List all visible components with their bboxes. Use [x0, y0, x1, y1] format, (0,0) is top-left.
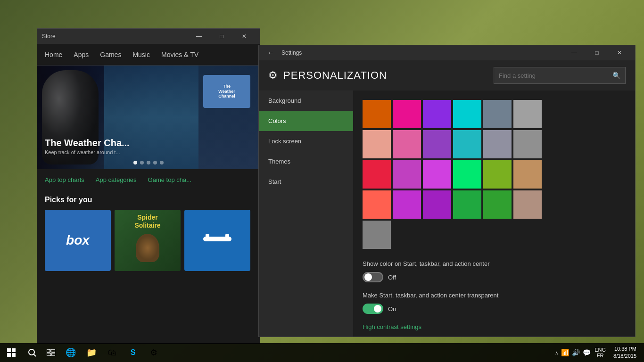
svg-rect-5	[7, 353, 11, 357]
taskbar-app-explorer[interactable]: 📁	[81, 343, 102, 362]
color-swatch-coral[interactable]	[363, 190, 391, 219]
color-swatch-salmon[interactable]	[363, 130, 391, 158]
settings-maximize-button[interactable]: □	[586, 45, 608, 60]
show-color-toggle-switch[interactable]	[363, 272, 383, 282]
windows-logo-icon	[7, 348, 16, 357]
color-grid	[363, 100, 626, 249]
hero-weather-card: TheWeatherChannel	[203, 75, 250, 108]
store-link-app-top-charts[interactable]: App top charts	[45, 176, 84, 183]
hero-dot-2[interactable]	[140, 161, 144, 165]
settings-close-button[interactable]: ✕	[609, 45, 630, 60]
settings-sidebar: Background Colors Lock screen Themes Sta…	[259, 90, 353, 337]
color-swatch-cyan[interactable]	[453, 130, 481, 158]
color-swatch-medium-gray[interactable]	[513, 130, 542, 158]
taskbar-time: 10:38 PM	[613, 346, 636, 353]
settings-minimize-button[interactable]: —	[563, 45, 585, 60]
store-link-game-top-charts[interactable]: Game top cha...	[148, 176, 192, 183]
store-maximize-button[interactable]: □	[211, 29, 232, 44]
taskbar-clock[interactable]: 10:38 PM 8/18/2015	[613, 346, 640, 360]
settings-search-input[interactable]	[499, 72, 609, 79]
color-swatch-lime[interactable]	[483, 160, 512, 189]
pick-card-ms[interactable]	[184, 210, 250, 271]
sidebar-item-lock-screen[interactable]: Lock screen	[259, 131, 353, 151]
color-swatch-medium-green[interactable]	[453, 190, 481, 219]
taskbar-lang-line2: FR	[594, 353, 606, 358]
sidebar-item-start[interactable]: Start	[259, 172, 353, 192]
hero-text-overlay: The Weather Cha... Keep track of weather…	[45, 138, 252, 155]
settings-back-button[interactable]: ←	[264, 46, 278, 60]
color-swatch-purple[interactable]	[423, 100, 451, 128]
color-swatch-orchid[interactable]	[423, 160, 451, 189]
tray-message-icon[interactable]: 💬	[583, 349, 591, 356]
pick-card-spider[interactable]: SpiderSolitaire	[115, 210, 181, 271]
color-swatch-hot-pink[interactable]	[393, 100, 421, 128]
transparent-toggle-switch[interactable]	[363, 304, 383, 314]
color-swatch-purple-pink[interactable]	[393, 190, 421, 219]
svg-rect-6	[12, 353, 16, 357]
svg-rect-3	[7, 348, 11, 352]
color-swatch-green[interactable]	[453, 160, 481, 189]
store-nav-games[interactable]: Games	[100, 49, 121, 60]
hero-dot-5[interactable]	[160, 161, 164, 165]
color-swatch-forest-green[interactable]	[483, 190, 512, 219]
high-contrast-settings-link[interactable]: High contrast settings	[363, 323, 626, 330]
taskbar-app-edge[interactable]: 🌐	[60, 343, 81, 362]
store-nav-music[interactable]: Music	[132, 49, 150, 60]
picks-title: Picks for you	[45, 196, 252, 204]
hero-dot-4[interactable]	[153, 161, 157, 165]
king-art	[136, 234, 159, 262]
tray-icons: ∧ 📶 🔊 💬	[555, 349, 591, 356]
taskbar-search-button[interactable]	[23, 343, 41, 362]
store-minimize-button[interactable]: —	[188, 29, 210, 44]
hero-dot-1[interactable]	[133, 161, 137, 165]
transparent-label: Make Start, taskbar, and action center t…	[363, 292, 626, 299]
pick-card-box[interactable]: box	[45, 210, 111, 271]
store-nav-home[interactable]: Home	[45, 49, 62, 60]
store-link-app-categories[interactable]: App categories	[96, 176, 137, 183]
tray-network-icon[interactable]: 📶	[561, 349, 569, 356]
color-swatch-blue-gray[interactable]	[483, 130, 512, 158]
taskbar-app-skype[interactable]: S	[123, 343, 143, 362]
hero-dot-3[interactable]	[147, 161, 150, 165]
settings-header-title: PERSONALIZATION	[283, 69, 387, 82]
color-swatch-light-gray[interactable]	[363, 221, 391, 249]
start-button[interactable]	[0, 343, 23, 362]
taskbar-language[interactable]: ENG FR	[594, 347, 610, 358]
settings-search-icon: 🔍	[612, 72, 620, 79]
color-swatch-red[interactable]	[363, 160, 391, 189]
spider-solitaire-image	[129, 230, 166, 271]
sidebar-item-colors[interactable]: Colors	[259, 111, 353, 131]
store-close-button[interactable]: ✕	[233, 29, 255, 44]
color-swatch-gray[interactable]	[513, 100, 542, 128]
color-swatch-dark-violet[interactable]	[423, 190, 451, 219]
taskbar-task-view-button[interactable]	[41, 343, 60, 362]
color-swatch-violet[interactable]	[423, 130, 451, 158]
desktop: Store — □ ✕ Home Apps Games Music Movies…	[0, 0, 644, 362]
sidebar-item-themes[interactable]: Themes	[259, 151, 353, 172]
color-swatch-slate[interactable]	[483, 100, 512, 128]
taskbar-tray: ∧ 📶 🔊 💬 ENG FR 10:38 PM 8/18/2015	[551, 346, 644, 360]
taskbar: 🌐 📁 🛍 S ⚙ ∧ 📶 🔊 💬 ENG FR 10:38 PM 8/18/2…	[0, 343, 644, 362]
taskbar-app-settings[interactable]: ⚙	[143, 343, 164, 362]
tray-chevron-icon[interactable]: ∧	[555, 350, 558, 355]
store-nav: Home Apps Games Music Movies & TV	[37, 44, 260, 66]
svg-rect-12	[52, 353, 55, 356]
hero-weather-title: TheWeatherChannel	[218, 84, 235, 99]
sidebar-item-background[interactable]: Background	[259, 90, 353, 111]
taskbar-app-store[interactable]: 🛍	[102, 343, 123, 362]
color-swatch-magenta[interactable]	[393, 160, 421, 189]
color-swatch-orange[interactable]	[363, 100, 391, 128]
settings-layout: Background Colors Lock screen Themes Sta…	[259, 90, 635, 337]
settings-title: Settings	[281, 49, 563, 56]
svg-rect-9	[47, 349, 50, 352]
store-window: Store — □ ✕ Home Apps Games Music Movies…	[37, 28, 260, 344]
color-swatch-pink[interactable]	[393, 130, 421, 158]
tray-volume-icon[interactable]: 🔊	[572, 349, 580, 356]
color-swatch-tan[interactable]	[513, 160, 542, 189]
color-swatch-khaki[interactable]	[513, 190, 542, 219]
store-nav-movies[interactable]: Movies & TV	[161, 49, 198, 60]
color-swatch-teal[interactable]	[453, 100, 481, 128]
hero-app-title: The Weather Cha...	[45, 138, 252, 148]
store-nav-apps[interactable]: Apps	[74, 49, 89, 60]
settings-header-icon: ⚙	[268, 69, 278, 82]
